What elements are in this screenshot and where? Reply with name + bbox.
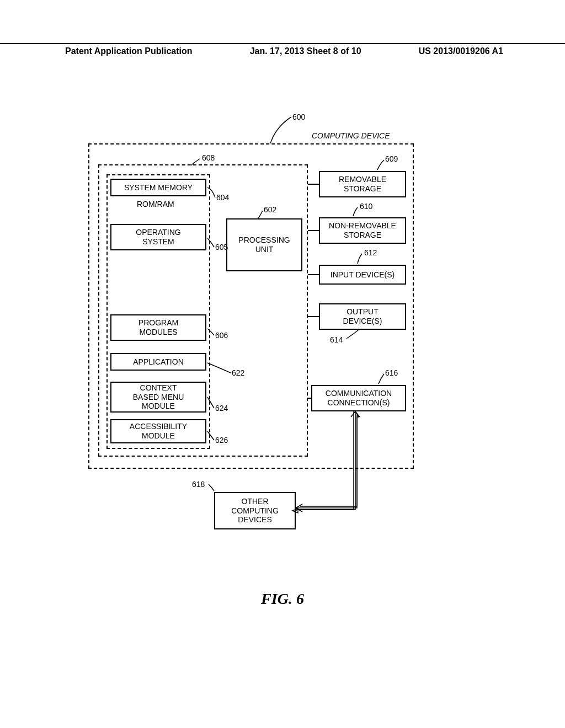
out-l1: OUTPUT [347,307,379,317]
ref-616: 616 [385,368,398,377]
system-memory-header: SYSTEM MEMORY [110,179,206,196]
rem-l2: STORAGE [344,184,381,194]
out-l2: DEVICE(S) [343,317,382,326]
other-devices-box: OTHER COMPUTING DEVICES [214,492,296,529]
ctx-l2: BASED MENU [133,393,184,402]
removable-storage-box: REMOVABLE STORAGE [319,171,406,197]
app-text: APPLICATION [133,357,184,367]
pm-l1: PROGRAM [138,318,178,328]
nrem-l2: STORAGE [344,231,381,240]
ref-618: 618 [192,480,205,489]
nrem-l1: NON-REMOVABLE [329,221,396,231]
ref-602: 602 [264,205,276,214]
comm-l1: COMMUNICATION [326,389,392,398]
ref-622: 622 [232,368,244,377]
os-l2: SYSTEM [142,237,174,247]
diagram-container: COMPUTING DEVICE SYSTEM MEMORY ROM/RAM O… [0,0,565,728]
communication-box: COMMUNICATION CONNECTION(S) [311,385,406,411]
ref-612: 612 [364,248,377,257]
ctx-l1: CONTEXT [140,383,177,393]
comm-l2: CONNECTION(S) [328,398,390,408]
ctx-l3: MODULE [142,402,175,411]
ref-624: 624 [215,404,228,413]
program-modules-box: PROGRAM MODULES [110,314,206,341]
ref-610: 610 [360,202,372,211]
pu-l2: UNIT [255,245,274,254]
rom-ram-label: ROM/RAM [137,200,174,208]
ref-608: 608 [202,153,215,162]
pu-l1: PROCESSING [238,235,290,245]
os-l1: OPERATING [136,228,180,237]
context-module-box: CONTEXT BASED MENU MODULE [110,382,206,413]
ref-614: 614 [330,335,343,344]
nonremovable-storage-box: NON-REMOVABLE STORAGE [319,217,406,244]
input-text: INPUT DEVICE(S) [331,270,395,280]
acc-l1: ACCESSIBILITY [130,422,187,431]
processing-unit-box: PROCESSING UNIT [226,218,302,271]
ref-600: 600 [292,113,305,121]
ref-626: 626 [215,436,228,445]
application-box: APPLICATION [110,353,206,371]
figure-caption: FIG. 6 [0,590,565,608]
ref-604: 604 [216,193,229,202]
pm-l2: MODULES [139,328,177,337]
output-devices-box: OUTPUT DEVICE(S) [319,303,406,330]
acc-l2: MODULE [142,431,175,441]
rem-l1: REMOVABLE [339,175,386,184]
accessibility-module-box: ACCESSIBILITY MODULE [110,419,206,443]
ref-606: 606 [215,331,228,340]
ref-605: 605 [215,243,228,251]
other-l2: COMPUTING [231,506,279,516]
ref-609: 609 [385,154,398,163]
other-l1: OTHER [242,497,269,506]
input-devices-box: INPUT DEVICE(S) [319,265,406,285]
operating-system-box: OPERATING SYSTEM [110,224,206,250]
computing-device-label: COMPUTING DEVICE [312,131,390,140]
system-memory-text: SYSTEM MEMORY [124,183,193,192]
other-l3: DEVICES [238,515,271,524]
